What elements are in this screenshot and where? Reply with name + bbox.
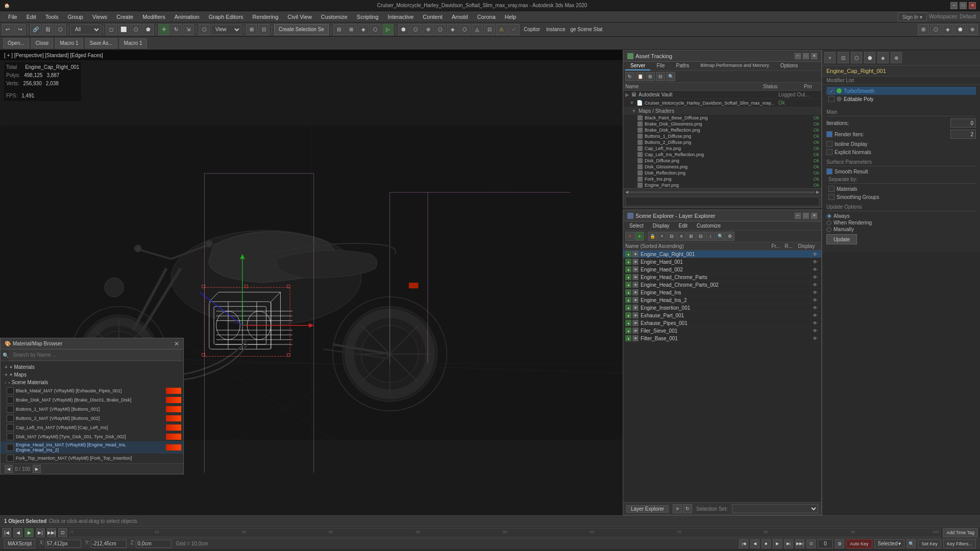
time-play-btn2[interactable]: ▶ — [773, 539, 782, 548]
mat-item-1[interactable]: Black_Matal_MAT (VRayMtl) [Exhauste_Pipe… — [1, 386, 183, 395]
scene-grid-btn[interactable]: ⊞ — [687, 232, 696, 241]
time-next-btn2[interactable]: ▶| — [784, 539, 793, 548]
asset-tb-btn3[interactable]: ⊞ — [646, 72, 655, 81]
scene-refresh-icon[interactable]: ↻ — [683, 504, 692, 513]
scene-stat-btn[interactable]: ge Scene Stat — [568, 27, 604, 32]
asset-map-8[interactable]: Disk_Diffuse.png Ok — [623, 158, 821, 164]
bind-btn[interactable]: ⬡ — [55, 24, 66, 35]
mod-turbosmooth[interactable]: ✓ TurboSmooth — [826, 87, 976, 95]
select-region-btn[interactable]: ⬜ — [118, 24, 129, 35]
ts-manually-radio[interactable] — [826, 227, 831, 232]
time-stop-btn[interactable]: ■ — [762, 539, 771, 548]
rotate-btn[interactable]: ↻ — [170, 24, 182, 35]
menu-rendering[interactable]: Rendering — [249, 13, 283, 21]
maps-section[interactable]: + Maps — [1, 371, 183, 379]
ts-always-radio[interactable] — [826, 214, 831, 219]
mod-icon1[interactable]: + — [824, 52, 836, 63]
scene-filter-btn[interactable]: 🔍 — [716, 232, 725, 241]
time-end-btn2[interactable]: ▶▶| — [795, 539, 804, 548]
asset-tb-btn5[interactable]: 🔍 — [666, 72, 675, 81]
align-btn[interactable]: ⊞ — [246, 24, 257, 35]
scene-highlight-btn[interactable]: ● — [635, 232, 644, 241]
ts-smooth-checkbox[interactable] — [826, 168, 832, 174]
asset-filter-input[interactable] — [625, 197, 819, 206]
scene-layer-icon[interactable]: ≡ — [673, 504, 682, 513]
redo-btn[interactable]: ↪ — [14, 24, 26, 35]
asset-tab-server[interactable]: Server — [625, 62, 650, 70]
coord-z-input[interactable]: 0,0cm — [136, 540, 172, 548]
mat-prev-btn[interactable]: ◀ — [5, 465, 13, 473]
scale-btn[interactable]: ⇲ — [183, 24, 194, 35]
use-pivot-btn[interactable]: ⬡ — [199, 24, 210, 35]
close-toolbar-btn[interactable]: Close — [31, 38, 54, 48]
ts-when-rendering-option[interactable]: When Rendering — [826, 220, 976, 226]
menu-arnold[interactable]: Arnold — [448, 13, 472, 21]
quick-render-btn[interactable]: ▷ — [382, 24, 394, 35]
link-btn[interactable]: 🔗 — [30, 24, 41, 35]
asset-map-7[interactable]: Cap_Left_Ins_Reflection.png Ok — [623, 152, 821, 158]
ts-sg-checkbox[interactable] — [828, 194, 835, 200]
asset-map-6[interactable]: Cap_Left_Ins.png Ok — [623, 145, 821, 152]
scene-close-btn[interactable]: ✕ — [811, 213, 817, 219]
time-start-btn[interactable]: |◀ — [2, 528, 11, 537]
search-icon-btn[interactable]: 🔍 — [906, 539, 916, 548]
schematic-btn[interactable]: ⊞ — [346, 24, 357, 35]
materials-section[interactable]: + Materials — [1, 363, 183, 371]
asset-map-10[interactable]: Disk_Reflection.png Ok — [623, 170, 821, 176]
time-prev-btn2[interactable]: ◀ — [750, 539, 760, 548]
scene-row-4[interactable]: ● 👁 Engine_Head_Chrome_Parts_002 👁 — [623, 281, 821, 289]
scene-maximize-btn[interactable]: □ — [803, 213, 809, 219]
time-keyframe-btn[interactable]: ⊡ — [58, 528, 67, 537]
time-prev-btn[interactable]: ◀ — [13, 528, 22, 537]
asset-minimize-btn[interactable]: ─ — [795, 53, 801, 59]
ts-materials-checkbox[interactable] — [828, 186, 835, 192]
menu-interactive[interactable]: Interactive — [384, 13, 418, 21]
menu-edit[interactable]: Edit — [22, 13, 40, 21]
lasso-btn[interactable]: ⬡ — [130, 24, 141, 35]
menu-graph-editors[interactable]: Graph Editors — [205, 13, 248, 21]
scene-row-7[interactable]: ● 👁 Engine_Insertion_001 👁 — [623, 304, 821, 312]
ts-iterations-input[interactable] — [950, 118, 976, 128]
tb-extra3[interactable]: ◈ — [942, 24, 953, 35]
menu-animation[interactable]: Animation — [170, 13, 204, 21]
menu-file[interactable]: File — [4, 13, 21, 21]
menu-customize[interactable]: Customize — [317, 13, 352, 21]
scene-lock-btn[interactable]: 🔒 — [648, 232, 657, 241]
scene-settings-btn[interactable]: ⚙ — [725, 232, 734, 241]
ts-render-checkbox[interactable] — [826, 131, 832, 137]
save-as-btn[interactable]: Save As... — [85, 38, 117, 48]
maxscript-indicator[interactable]: MAXScript — [4, 539, 35, 548]
scene-row-5[interactable]: ● 👁 Engine_Head_Ins 👁 — [623, 289, 821, 296]
maximize-btn[interactable]: □ — [960, 2, 967, 9]
asset-maximize-btn[interactable]: □ — [803, 53, 809, 59]
mat-item-3[interactable]: Buttons_1_MAT (VRayMtl) [Buttons_001] — [1, 405, 183, 414]
scene-row-11[interactable]: ● 👁 Filter_Base_001 👁 — [623, 335, 821, 342]
asset-tb-btn4[interactable]: ⊟ — [656, 72, 665, 81]
select-btn[interactable]: ◻ — [106, 24, 117, 35]
ts-render-input[interactable] — [950, 130, 976, 139]
extra-btn1[interactable]: ⬟ — [398, 24, 409, 35]
menu-scripting[interactable]: Scripting — [353, 13, 383, 21]
coord-y-input[interactable]: -212,45cm — [91, 540, 127, 548]
asset-scroll-right[interactable]: ▶ — [816, 190, 819, 194]
scene-customize-menu[interactable]: Customize — [693, 222, 725, 229]
asset-tab-options[interactable]: Options — [775, 62, 803, 70]
tb-extra1[interactable]: ⊞ — [918, 24, 929, 35]
asset-map-12[interactable]: Engine_Part.png Ok — [623, 182, 821, 188]
time-frame-input[interactable] — [818, 539, 833, 548]
scene-list-btn[interactable]: ≡ — [677, 232, 686, 241]
scene-sort-btn[interactable]: ↕ — [706, 232, 715, 241]
scene-row-8[interactable]: ● 👁 Exhause_Part_001 👁 — [623, 312, 821, 319]
move-btn[interactable]: ✛ — [158, 24, 169, 35]
asset-tb-btn1[interactable]: ↻ — [625, 72, 634, 81]
extra-btn3[interactable]: ⊕ — [423, 24, 434, 35]
scene-row-2[interactable]: ● 👁 Engine_Haed_002 👁 — [623, 266, 821, 273]
mat-item-4[interactable]: Buttons_2_MAT (VRayMtl) [Buttons_002] — [1, 414, 183, 423]
ts-manually-option[interactable]: Manually — [826, 227, 976, 232]
mode-dropdown[interactable]: All — [70, 24, 101, 35]
selection-set-dropdown[interactable] — [732, 504, 818, 513]
menu-tools[interactable]: Tools — [41, 13, 63, 21]
mod-icon3[interactable]: ⬡ — [851, 52, 862, 63]
asset-map-2[interactable]: Brake_Disk_Glossiness.png Ok — [623, 121, 821, 127]
tb-extra5[interactable]: ⊕ — [967, 24, 978, 35]
